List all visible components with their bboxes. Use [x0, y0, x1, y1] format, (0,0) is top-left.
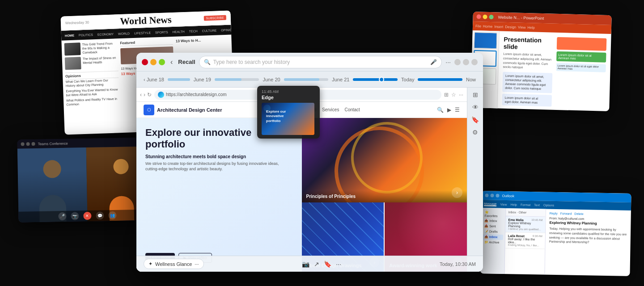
video-participants-btn[interactable]: 👥: [108, 211, 116, 219]
recall-camera-icon[interactable]: 📷: [302, 261, 309, 268]
news-item-1[interactable]: This Gold Trend From the 90s Is Making a…: [64, 41, 118, 55]
recall-max-btn[interactable]: [159, 59, 165, 65]
browser-extensions-icon[interactable]: ⊞: [444, 92, 449, 98]
timeline-june20[interactable]: June 20: [263, 77, 280, 82]
email-folder-inbox-active[interactable]: 📥 Inbox: [483, 234, 503, 240]
nav-home[interactable]: HOME: [65, 34, 74, 37]
news-subscribe-btn[interactable]: SUBSCRIBE: [203, 15, 226, 21]
email-tab-view[interactable]: View: [500, 202, 507, 206]
ppt-tab-help[interactable]: Help: [527, 25, 535, 29]
recall-close-btn[interactable]: [142, 59, 148, 65]
email-forward-btn[interactable]: Forward: [560, 212, 572, 215]
ppt-max-btn[interactable]: [489, 15, 493, 19]
email-folder-sent[interactable]: 📤 Sent: [483, 223, 503, 229]
recall-search-bar[interactable]: 🔍 Type here to search your history 🎤: [199, 56, 442, 68]
timeline-june18[interactable]: ‹ June 18: [144, 77, 164, 82]
email-min-btn[interactable]: [490, 193, 494, 197]
ppt-close-btn[interactable]: [476, 14, 481, 19]
video-mic-btn[interactable]: 🎤: [58, 212, 66, 220]
opinion-3[interactable]: What Politics and Reality TV Have in Com…: [66, 97, 119, 107]
recall-win-close[interactable]: [471, 59, 478, 65]
edge-logo-icon: [158, 92, 164, 98]
timeline-now[interactable]: Now: [466, 77, 476, 82]
video-camera-btn[interactable]: 📷: [71, 212, 79, 220]
email-reply-btn[interactable]: Reply: [550, 212, 558, 215]
email-folder-favorites[interactable]: ⭐ Favorites: [483, 210, 504, 219]
ppt-tab-file[interactable]: File: [475, 24, 481, 28]
arch-hero-next-btn[interactable]: ›: [452, 187, 462, 198]
nav-world[interactable]: WORLD: [118, 32, 130, 35]
email-folder-drafts[interactable]: 📝 Drafts: [483, 229, 503, 235]
email-item-2[interactable]: Laila Reset 9:38 AM Roll away: I like th…: [505, 232, 545, 249]
browser-back-btn[interactable]: ‹: [140, 92, 142, 98]
nav-health[interactable]: HEALTH: [172, 30, 184, 34]
nav-economy[interactable]: ECONOMY: [97, 32, 114, 36]
timeline-june19[interactable]: June 19: [194, 77, 211, 82]
ppt-tab-design[interactable]: Design: [505, 25, 516, 29]
wellness-glance-btn[interactable]: ✦ Wellness Glance ···: [144, 259, 204, 269]
ppt-min-btn[interactable]: [483, 15, 487, 19]
arch-logo-text: Architectural Design Center: [157, 107, 222, 113]
video-min-btn[interactable]: [26, 142, 30, 146]
video-close-btn[interactable]: [21, 142, 25, 146]
recall-min-btn[interactable]: [150, 59, 157, 65]
recall-win-max[interactable]: [463, 59, 469, 65]
recall-eye-icon[interactable]: 👁: [472, 104, 479, 111]
email-close-btn[interactable]: [485, 193, 488, 197]
news-opinions-header: Opinions What Can We Learn From Our Hist…: [65, 71, 119, 107]
ppt-tab-insert[interactable]: Insert: [494, 25, 503, 29]
ppt-text-block-2: Lorem ipsum dolor sit aleget dolor. Aene…: [502, 93, 552, 106]
arch-principles-text: Principles of Principles: [306, 194, 356, 199]
nav-sports[interactable]: SPORTS: [155, 30, 168, 34]
browser-favorites-icon[interactable]: ☆: [451, 92, 456, 98]
nav-opinions[interactable]: OPINIONS: [221, 28, 234, 32]
nav-lifestyle[interactable]: LIFESTYLE: [134, 31, 151, 34]
timeline-today[interactable]: Today: [401, 77, 414, 82]
arch-nav-contact[interactable]: Contact: [344, 107, 360, 112]
news-col-1: This Gold Trend From the 90s Is Making a…: [64, 41, 121, 132]
arch-menu-icon[interactable]: ☰: [455, 107, 460, 113]
email-tab-help[interactable]: Help: [511, 203, 517, 206]
nav-tech[interactable]: TECH: [189, 29, 198, 33]
email-folder-archive[interactable]: 📁 Archive: [483, 240, 503, 245]
video-chat-btn[interactable]: 💬: [96, 211, 104, 219]
edge-popup-time: 11:45 AM: [262, 89, 315, 94]
email-tab-format[interactable]: Format: [521, 203, 530, 206]
timeline-june21[interactable]: June 21: [332, 77, 349, 82]
recall-more-btn[interactable]: ···: [445, 59, 451, 66]
recall-back-btn[interactable]: ‹: [169, 58, 174, 66]
recall-settings-icon[interactable]: ⚙: [472, 129, 478, 136]
video-max-btn[interactable]: [32, 142, 35, 146]
arch-nav-services[interactable]: Services: [322, 107, 339, 112]
ppt-tab-view[interactable]: View: [518, 25, 525, 29]
nav-culture[interactable]: CULTURE: [202, 29, 217, 32]
opinion-2[interactable]: Everything You Ever Wanted to Know but W…: [66, 87, 119, 97]
recall-overflow-icon[interactable]: ···: [336, 261, 341, 268]
recall-win-min[interactable]: [454, 59, 461, 65]
email-reading-pane: Reply Forward Delete From: katy@cultural…: [545, 209, 631, 276]
browser-forward-btn[interactable]: ›: [144, 92, 145, 98]
opinion-1[interactable]: What Can We Learn From Our History about…: [65, 78, 119, 88]
arch-search-icon[interactable]: 🔍: [437, 107, 444, 113]
ppt-tab-home[interactable]: Home: [483, 24, 493, 29]
browser-settings-icon[interactable]: ···: [459, 92, 463, 98]
recall-grid-icon[interactable]: ⊞: [473, 91, 478, 98]
video-hangup-btn[interactable]: ✕: [83, 212, 91, 220]
recall-share-icon[interactable]: ↗: [314, 261, 319, 268]
email-folder-inbox[interactable]: 📥 Inbox: [483, 218, 503, 224]
email-tab-options[interactable]: Options: [543, 203, 554, 206]
email-max-btn[interactable]: [496, 194, 499, 198]
browser-refresh-btn[interactable]: ↻: [147, 92, 152, 98]
nav-politics[interactable]: POLITICS: [79, 33, 93, 37]
news-item-2[interactable]: The Impact of Stress on Mental Health: [65, 55, 119, 70]
email-item-1[interactable]: Ema Malia 10:40 AM Explore Whitney Plann…: [505, 216, 546, 233]
ppt-slide-1[interactable]: [474, 32, 497, 49]
email-tab-message[interactable]: Message: [484, 202, 497, 206]
email-tab-text[interactable]: Text: [534, 203, 540, 206]
email-preview-1: I believe you are qualified...: [508, 227, 542, 231]
recall-bookmark-icon[interactable]: 🔖: [471, 116, 479, 123]
arch-play-icon[interactable]: ▶: [447, 107, 451, 113]
mic-icon[interactable]: 🎤: [430, 59, 437, 65]
email-delete-btn[interactable]: Delete: [574, 212, 583, 215]
recall-save-icon[interactable]: 🔖: [324, 261, 331, 268]
